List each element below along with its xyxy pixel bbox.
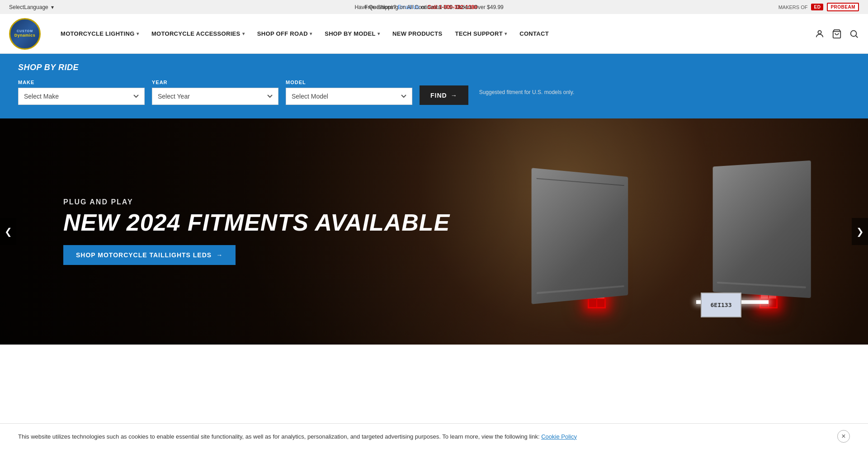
find-button[interactable]: FIND → (420, 85, 468, 105)
language-selector[interactable]: SelectLanguage ▾ (9, 4, 54, 10)
year-select[interactable]: Select Year (152, 88, 278, 105)
nav-label-tech-support: TECH SUPPORT (455, 30, 502, 37)
license-plate: 6EI133 (701, 293, 741, 317)
logo[interactable]: CUSTOM Dynamics (9, 18, 41, 50)
svg-point-0 (818, 30, 821, 33)
find-label: FIND (430, 92, 447, 99)
logo-container[interactable]: CUSTOM Dynamics (9, 18, 41, 50)
year-label: YEAR (152, 80, 278, 85)
carousel-next-button[interactable]: ❯ (852, 218, 868, 245)
language-label: SelectLanguage (9, 4, 48, 10)
svg-line-3 (856, 36, 858, 38)
nav-item-new-products[interactable]: NEW PRODUCTS (386, 26, 449, 42)
fitment-note: Suggested fitment for U.S. models only. (479, 89, 575, 95)
nav-chevron-motorcycle-accessories: ▾ (242, 31, 245, 36)
nav-item-shop-by-model[interactable]: SHOP BY MODEL ▾ (318, 26, 386, 42)
make-label: MAKE (18, 80, 145, 85)
nav-item-motorcycle-accessories[interactable]: MOTORCYCLE ACCESSORIES ▾ (145, 26, 251, 42)
license-plate-text: 6EI133 (711, 302, 732, 308)
shop-by-ride-section: SHOP BY RIDE MAKE Select Make YEAR Selec… (0, 54, 868, 118)
hero-cta-label: SHOP MOTORCYCLE TAILLIGHTS LEDS (76, 251, 212, 259)
nav-item-contact[interactable]: CONTACT (513, 26, 555, 42)
nav-chevron-motorcycle-lighting: ▾ (137, 31, 139, 36)
nav-chevron-tech-support: ▾ (505, 31, 507, 36)
nav-icons (815, 29, 859, 39)
svg-point-2 (851, 30, 857, 36)
account-icon-button[interactable] (815, 29, 825, 39)
nav-chevron-shop-off-road: ▾ (310, 31, 312, 36)
cart-icon (832, 29, 842, 39)
hero-section: 6EI133 PLUG AND PLAY NEW 2024 FITMENTS A… (0, 118, 868, 345)
cart-icon-button[interactable] (832, 29, 842, 39)
nav-item-motorcycle-lighting[interactable]: MOTORCYCLE LIGHTING ▾ (54, 26, 145, 42)
shipping-text: Free Shipping on All Continental U.S. Or… (364, 4, 504, 10)
hero-cta-button[interactable]: SHOP MOTORCYCLE TAILLIGHTS LEDS → (63, 245, 236, 265)
brand2-badge: PROBEAM (827, 3, 859, 11)
top-bar: SelectLanguage ▾ Have Questions? Email U… (0, 0, 868, 14)
shop-by-ride-title: SHOP BY RIDE (18, 63, 850, 72)
search-icon (849, 29, 859, 39)
make-group: MAKE Select Make (18, 80, 145, 105)
model-select[interactable]: Select Model (286, 88, 412, 105)
hero-title: NEW 2024 FITMENTS AVAILABLE (63, 211, 450, 234)
carousel-prev-button[interactable]: ❮ (0, 218, 16, 245)
nav-items: MOTORCYCLE LIGHTING ▾ MOTORCYCLE ACCESSO… (54, 26, 815, 42)
model-label: MODEL (286, 80, 412, 85)
logo-text: CUSTOM Dynamics (14, 29, 36, 38)
search-icon-button[interactable] (849, 29, 859, 39)
main-nav: CUSTOM Dynamics MOTORCYCLE LIGHTING ▾ MO… (0, 14, 868, 54)
nav-item-tech-support[interactable]: TECH SUPPORT ▾ (448, 26, 513, 42)
model-group: MODEL Select Model (286, 80, 412, 105)
makers-label: MAKERS OF (778, 5, 808, 10)
nav-label-motorcycle-lighting: MOTORCYCLE LIGHTING (61, 30, 135, 37)
nav-chevron-shop-by-model: ▾ (377, 31, 380, 36)
nav-item-shop-off-road[interactable]: SHOP OFF ROAD ▾ (251, 26, 318, 42)
saddlebag-right (713, 161, 811, 298)
make-select[interactable]: Select Make (18, 88, 145, 105)
carousel-prev-icon: ❮ (5, 226, 12, 237)
nav-label-contact: CONTACT (519, 30, 549, 37)
carousel-next-icon: ❯ (856, 226, 864, 237)
saddlebag-left (532, 168, 628, 304)
nav-label-shop-off-road: SHOP OFF ROAD (257, 30, 308, 37)
brand1-badge: ED (811, 4, 823, 10)
hero-cta-arrow-icon: → (216, 251, 223, 259)
nav-label-new-products: NEW PRODUCTS (392, 30, 443, 37)
year-group: YEAR Select Year (152, 80, 278, 105)
hero-content: PLUG AND PLAY NEW 2024 FITMENTS AVAILABL… (0, 198, 450, 265)
makers-section: MAKERS OF ED PROBEAM (778, 3, 859, 11)
fitment-row: MAKE Select Make YEAR Select Year MODEL … (18, 80, 850, 105)
find-arrow-icon: → (451, 92, 458, 99)
account-icon (815, 29, 825, 39)
hero-subtitle: PLUG AND PLAY (63, 198, 450, 206)
nav-label-motorcycle-accessories: MOTORCYCLE ACCESSORIES (151, 30, 241, 37)
nav-label-shop-by-model: SHOP BY MODEL (325, 30, 376, 37)
